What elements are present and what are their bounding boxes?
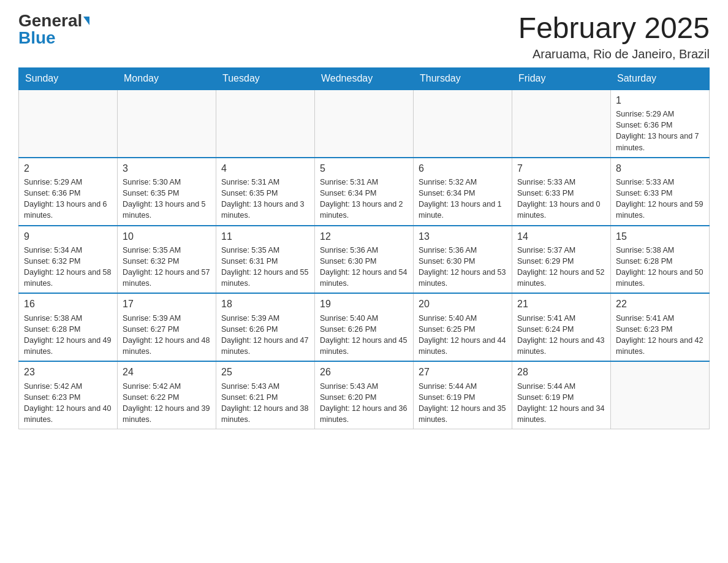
table-row: 6Sunrise: 5:32 AMSunset: 6:34 PMDaylight…: [414, 158, 512, 226]
location-subtitle: Araruama, Rio de Janeiro, Brazil: [518, 47, 710, 61]
day-info: Sunrise: 5:36 AMSunset: 6:30 PMDaylight:…: [320, 245, 408, 289]
table-row: 23Sunrise: 5:42 AMSunset: 6:23 PMDayligh…: [19, 361, 118, 429]
day-info: Sunrise: 5:38 AMSunset: 6:28 PMDaylight:…: [24, 313, 112, 358]
logo-arrow-icon: [83, 17, 89, 25]
day-number: 6: [419, 162, 507, 175]
day-info: Sunrise: 5:44 AMSunset: 6:19 PMDaylight:…: [517, 381, 605, 426]
day-number: 4: [221, 162, 309, 175]
table-row: 1Sunrise: 5:29 AMSunset: 6:36 PMDaylight…: [611, 90, 710, 158]
table-row: 9Sunrise: 5:34 AMSunset: 6:32 PMDaylight…: [19, 226, 118, 294]
calendar-table: Sunday Monday Tuesday Wednesday Thursday…: [18, 67, 710, 429]
header-monday: Monday: [118, 67, 216, 90]
day-number: 23: [24, 366, 112, 379]
day-info: Sunrise: 5:30 AMSunset: 6:35 PMDaylight:…: [123, 177, 211, 221]
day-info: Sunrise: 5:39 AMSunset: 6:26 PMDaylight:…: [221, 313, 309, 358]
table-row: 17Sunrise: 5:39 AMSunset: 6:27 PMDayligh…: [118, 293, 216, 361]
day-info: Sunrise: 5:34 AMSunset: 6:32 PMDaylight:…: [24, 245, 112, 289]
header-tuesday: Tuesday: [216, 67, 315, 90]
table-row: [118, 90, 216, 158]
day-number: 14: [517, 230, 605, 243]
day-number: 16: [24, 297, 112, 311]
day-number: 10: [123, 230, 211, 243]
day-info: Sunrise: 5:32 AMSunset: 6:34 PMDaylight:…: [419, 177, 507, 221]
header-friday: Friday: [512, 67, 611, 90]
table-row: 19Sunrise: 5:40 AMSunset: 6:26 PMDayligh…: [315, 293, 414, 361]
day-number: 28: [517, 366, 605, 379]
day-info: Sunrise: 5:31 AMSunset: 6:35 PMDaylight:…: [221, 177, 309, 221]
calendar-week-row: 16Sunrise: 5:38 AMSunset: 6:28 PMDayligh…: [19, 293, 710, 361]
header-saturday: Saturday: [611, 67, 710, 90]
day-info: Sunrise: 5:37 AMSunset: 6:29 PMDaylight:…: [517, 245, 605, 289]
day-number: 5: [320, 162, 408, 175]
table-row: [216, 90, 315, 158]
table-row: 15Sunrise: 5:38 AMSunset: 6:28 PMDayligh…: [611, 226, 710, 294]
day-info: Sunrise: 5:41 AMSunset: 6:23 PMDaylight:…: [616, 313, 704, 358]
day-info: Sunrise: 5:35 AMSunset: 6:31 PMDaylight:…: [221, 245, 309, 289]
day-number: 2: [24, 162, 112, 175]
day-number: 26: [320, 366, 408, 379]
day-number: 25: [221, 366, 309, 379]
day-info: Sunrise: 5:40 AMSunset: 6:25 PMDaylight:…: [419, 313, 507, 358]
calendar-week-row: 9Sunrise: 5:34 AMSunset: 6:32 PMDaylight…: [19, 226, 710, 294]
table-row: 5Sunrise: 5:31 AMSunset: 6:34 PMDaylight…: [315, 158, 414, 226]
table-row: 13Sunrise: 5:36 AMSunset: 6:30 PMDayligh…: [414, 226, 512, 294]
calendar-week-row: 2Sunrise: 5:29 AMSunset: 6:36 PMDaylight…: [19, 158, 710, 226]
day-info: Sunrise: 5:40 AMSunset: 6:26 PMDaylight:…: [320, 313, 408, 358]
day-info: Sunrise: 5:38 AMSunset: 6:28 PMDaylight:…: [616, 245, 704, 289]
table-row: [19, 90, 118, 158]
day-info: Sunrise: 5:39 AMSunset: 6:27 PMDaylight:…: [123, 313, 211, 358]
day-number: 20: [419, 297, 507, 311]
day-number: 19: [320, 297, 408, 311]
table-row: 26Sunrise: 5:43 AMSunset: 6:20 PMDayligh…: [315, 361, 414, 429]
day-info: Sunrise: 5:29 AMSunset: 6:36 PMDaylight:…: [24, 177, 112, 221]
table-row: 3Sunrise: 5:30 AMSunset: 6:35 PMDaylight…: [118, 158, 216, 226]
page-header: General Blue February 2025 Araruama, Rio…: [18, 12, 710, 61]
day-info: Sunrise: 5:43 AMSunset: 6:20 PMDaylight:…: [320, 381, 408, 426]
header-wednesday: Wednesday: [315, 67, 414, 90]
table-row: 18Sunrise: 5:39 AMSunset: 6:26 PMDayligh…: [216, 293, 315, 361]
day-number: 3: [123, 162, 211, 175]
table-row: 27Sunrise: 5:44 AMSunset: 6:19 PMDayligh…: [414, 361, 512, 429]
day-info: Sunrise: 5:42 AMSunset: 6:22 PMDaylight:…: [123, 381, 211, 426]
day-info: Sunrise: 5:33 AMSunset: 6:33 PMDaylight:…: [616, 177, 704, 221]
day-number: 21: [517, 297, 605, 311]
day-info: Sunrise: 5:44 AMSunset: 6:19 PMDaylight:…: [419, 381, 507, 426]
day-info: Sunrise: 5:35 AMSunset: 6:32 PMDaylight:…: [123, 245, 211, 289]
table-row: 25Sunrise: 5:43 AMSunset: 6:21 PMDayligh…: [216, 361, 315, 429]
day-info: Sunrise: 5:42 AMSunset: 6:23 PMDaylight:…: [24, 381, 112, 426]
table-row: 2Sunrise: 5:29 AMSunset: 6:36 PMDaylight…: [19, 158, 118, 226]
table-row: 28Sunrise: 5:44 AMSunset: 6:19 PMDayligh…: [512, 361, 611, 429]
table-row: 12Sunrise: 5:36 AMSunset: 6:30 PMDayligh…: [315, 226, 414, 294]
day-info: Sunrise: 5:29 AMSunset: 6:36 PMDaylight:…: [616, 109, 704, 153]
logo-blue-text: Blue: [18, 29, 56, 47]
logo-general-text: General: [18, 12, 82, 29]
table-row: 16Sunrise: 5:38 AMSunset: 6:28 PMDayligh…: [19, 293, 118, 361]
day-info: Sunrise: 5:33 AMSunset: 6:33 PMDaylight:…: [517, 177, 605, 221]
day-number: 11: [221, 230, 309, 243]
table-row: 14Sunrise: 5:37 AMSunset: 6:29 PMDayligh…: [512, 226, 611, 294]
title-block: February 2025 Araruama, Rio de Janeiro, …: [518, 12, 710, 61]
day-number: 22: [616, 297, 704, 311]
table-row: 22Sunrise: 5:41 AMSunset: 6:23 PMDayligh…: [611, 293, 710, 361]
table-row: 4Sunrise: 5:31 AMSunset: 6:35 PMDaylight…: [216, 158, 315, 226]
table-row: [315, 90, 414, 158]
header-sunday: Sunday: [19, 67, 118, 90]
calendar-week-row: 23Sunrise: 5:42 AMSunset: 6:23 PMDayligh…: [19, 361, 710, 429]
day-number: 18: [221, 297, 309, 311]
day-info: Sunrise: 5:36 AMSunset: 6:30 PMDaylight:…: [419, 245, 507, 289]
calendar-header-row: Sunday Monday Tuesday Wednesday Thursday…: [19, 67, 710, 90]
table-row: 20Sunrise: 5:40 AMSunset: 6:25 PMDayligh…: [414, 293, 512, 361]
table-row: [512, 90, 611, 158]
table-row: 8Sunrise: 5:33 AMSunset: 6:33 PMDaylight…: [611, 158, 710, 226]
table-row: 24Sunrise: 5:42 AMSunset: 6:22 PMDayligh…: [118, 361, 216, 429]
table-row: [414, 90, 512, 158]
day-info: Sunrise: 5:43 AMSunset: 6:21 PMDaylight:…: [221, 381, 309, 426]
day-number: 24: [123, 366, 211, 379]
table-row: [611, 361, 710, 429]
day-number: 8: [616, 162, 704, 175]
table-row: 10Sunrise: 5:35 AMSunset: 6:32 PMDayligh…: [118, 226, 216, 294]
table-row: 11Sunrise: 5:35 AMSunset: 6:31 PMDayligh…: [216, 226, 315, 294]
day-number: 27: [419, 366, 507, 379]
day-number: 17: [123, 297, 211, 311]
table-row: 7Sunrise: 5:33 AMSunset: 6:33 PMDaylight…: [512, 158, 611, 226]
